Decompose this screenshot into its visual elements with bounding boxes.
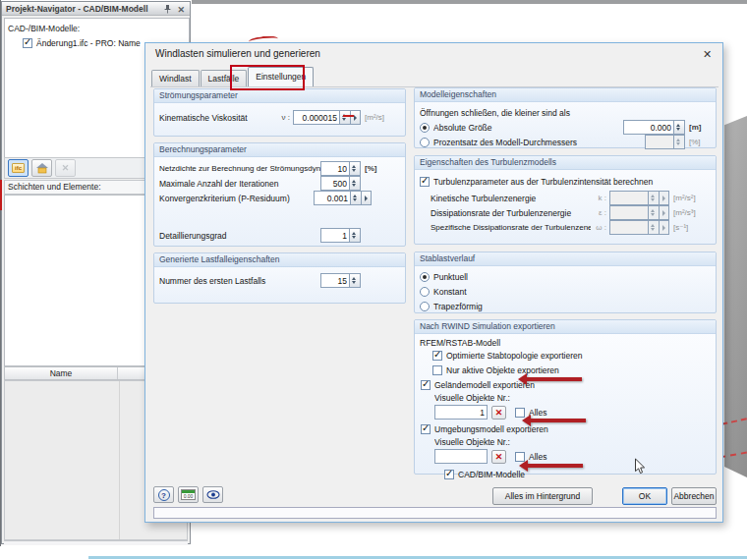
turbulence-label: Dissipationsrate der Turbulenzenergie: [431, 208, 591, 218]
spinner-control: [649, 191, 660, 205]
absolute-size-input[interactable]: [623, 120, 674, 135]
panel-bottom-strip: [4, 540, 188, 545]
spinner-control[interactable]: [351, 191, 362, 205]
topology-checkbox[interactable]: [432, 351, 442, 361]
column-name[interactable]: Name: [5, 367, 118, 379]
close-icon[interactable]: ✕: [177, 3, 185, 17]
detail-arrow-button[interactable]: [362, 191, 372, 205]
decimal-places-icon: 0.00: [181, 489, 196, 500]
absolute-size-radio[interactable]: [420, 123, 430, 133]
section-stablastverlauf: Stablastverlauf Punktuell Konstant Trape…: [414, 252, 717, 313]
dissipation-rate-input: [609, 205, 649, 220]
kinetic-energy-input: [609, 191, 649, 205]
trapezfoermig-radio[interactable]: [420, 302, 430, 311]
percentage-input: [645, 135, 674, 149]
help-icon: ?: [158, 489, 170, 501]
clear-x-icon[interactable]: ✕: [491, 406, 506, 420]
spinner-control[interactable]: [674, 120, 685, 135]
spinner-control[interactable]: [350, 228, 361, 243]
specific-dissipation-input: [609, 220, 649, 235]
spinner-control: [649, 220, 660, 235]
turbulence-unit: [s⁻¹]: [669, 223, 711, 232]
pin-icon[interactable]: [163, 4, 172, 18]
turbulence-row: Spezifische Dissipationsrate der Turbule…: [415, 220, 716, 235]
spinner-control[interactable]: [350, 273, 361, 288]
active-objects-checkbox[interactable]: [432, 365, 442, 375]
close-openings-label-row: Öffnungen schließen, die kleiner sind al…: [415, 105, 716, 120]
rfem-model-label-row: RFEM/RSTAB-Modell: [415, 336, 716, 349]
turbulence-checkbox-row: Turbulenzparameter aus der Turbulenzinte…: [415, 174, 716, 189]
detail-arrow-button[interactable]: [351, 110, 361, 125]
model-checkbox[interactable]: [23, 38, 32, 48]
house-icon: [35, 162, 49, 174]
turbulence-row: Kinetische Turbulenzenergie k : [m²/s²]: [415, 191, 716, 205]
spinner-control[interactable]: [350, 161, 361, 176]
clear-x-icon[interactable]: ✕: [491, 450, 506, 464]
member-load-option: Punktuell: [415, 269, 716, 284]
models-label: CAD-/BIM-Modelle:: [8, 24, 80, 33]
annotation-arrow-cadbim: [528, 464, 583, 468]
terrain-checkbox[interactable]: [421, 380, 431, 390]
first-loadcase-input[interactable]: [320, 273, 350, 288]
viscosity-input[interactable]: [293, 110, 340, 125]
annotation-underline: [343, 115, 354, 117]
percentage-row: Prozentsatz des Modell-Durchmessers [%]: [415, 135, 716, 149]
detail-level-input[interactable]: [320, 228, 350, 243]
spinner-control[interactable]: [340, 110, 351, 125]
close-icon[interactable]: ✕: [701, 48, 714, 61]
ifc-import-button[interactable]: ifc: [8, 159, 29, 177]
calc-row: Konvergenzkriterium (P-Residuum): [154, 191, 405, 205]
mouse-cursor-icon: [634, 458, 646, 479]
background-calc-button[interactable]: Alles im Hintergrund berechnen: [492, 487, 593, 505]
help-button[interactable]: ?: [153, 486, 174, 503]
calc-label: Detaillierungsgrad: [159, 231, 320, 241]
cadbim-checkbox[interactable]: [444, 470, 454, 479]
viscosity-symbol: ν :: [274, 113, 293, 122]
turbulence-row: Dissipationsrate der Turbulenzenergie ε …: [415, 205, 716, 220]
spinner-control: [674, 135, 685, 149]
delete-button: ✕: [55, 159, 76, 177]
turbulence-checkbox[interactable]: [420, 177, 430, 187]
cadbim-row: CAD/BIM-Modelle: [415, 467, 716, 481]
turbulence-checkbox-label: Turbulenzparameter aus der Turbulenzinte…: [433, 177, 653, 187]
konstant-radio[interactable]: [420, 287, 430, 297]
alles-label: Alles: [529, 408, 546, 418]
loadcase-row: Nummer des ersten Lastfalls: [154, 273, 405, 288]
member-load-option: Konstant: [415, 284, 716, 299]
calc-row: Netzdichte zur Berechnung der Strömungsd…: [154, 161, 405, 176]
dialog-title: Windlasten simulieren und generieren: [145, 43, 722, 65]
convergence-input[interactable]: [314, 191, 351, 205]
tab-windlast[interactable]: Windlast: [151, 70, 200, 86]
section-berechnungsparameter: Berechnungsparameter Netzdichte zur Bere…: [153, 142, 406, 247]
environment-objects-row: ✕ Alles: [415, 448, 716, 465]
progress-bar: [153, 507, 717, 519]
section-title: Modelleigenschaften: [415, 88, 716, 102]
ok-button[interactable]: OK: [622, 487, 667, 505]
decimal-places-button[interactable]: 0.00: [178, 486, 199, 503]
topology-label: Optimierte Stabtopologie exportieren: [446, 351, 582, 361]
cadbim-label: CAD/BIM-Modelle: [458, 470, 525, 479]
active-objects-label: Nur aktive Objekte exportieren: [446, 365, 559, 375]
punktuell-radio[interactable]: [420, 272, 430, 282]
terrain-objects-input[interactable]: [434, 405, 488, 420]
section-title: Stablastverlauf: [415, 252, 716, 266]
turbulence-unit: [m²/s³]: [669, 208, 711, 217]
visual-objects-label: Visuelle Objekte Nr.:: [434, 393, 711, 403]
cancel-button[interactable]: Abbrechen: [671, 487, 717, 505]
max-iterations-input[interactable]: [320, 176, 350, 191]
mesh-density-input[interactable]: [320, 161, 350, 176]
turbulence-label: Kinetische Turbulenzenergie: [431, 194, 591, 203]
environment-checkbox[interactable]: [421, 424, 431, 434]
model-convert-button[interactable]: [31, 159, 52, 177]
trapezfoermig-label: Trapezförmig: [433, 302, 483, 311]
section-title: Berechnungsparameter: [154, 143, 405, 157]
percentage-radio[interactable]: [420, 138, 430, 147]
environment-objects-input[interactable]: [434, 449, 488, 464]
view-button[interactable]: [202, 486, 223, 503]
tree-item-model[interactable]: Änderung1.ifc - PRO: Name: [23, 38, 141, 48]
navigator-titlebar[interactable]: Projekt-Navigator - CAD/BIM-Modell ✕: [2, 2, 190, 16]
section-title: Eigenschaften des Turbulenzmodells: [415, 156, 716, 170]
environment-row: Umgebungsmodell exportieren: [415, 421, 716, 436]
calc-row: Maximale Anzahl der Iterationen: [154, 176, 405, 191]
spinner-control[interactable]: [350, 176, 361, 191]
